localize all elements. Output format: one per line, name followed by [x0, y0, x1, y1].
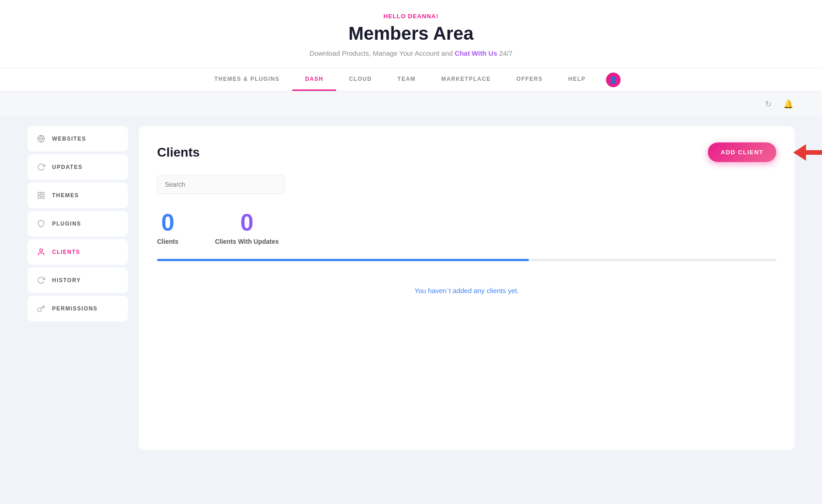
sidebar-item-updates[interactable]: UPDATES [27, 154, 128, 180]
search-input[interactable] [157, 175, 285, 194]
stats-row: 0 Clients 0 Clients With Updates [157, 210, 776, 245]
subtitle: Download Products, Manage Your Account a… [0, 49, 822, 57]
sidebar-label-permissions: PERMISSIONS [52, 305, 98, 312]
sidebar: WEBSITES UPDATES THEMES PLUGINS CLIENTS [27, 126, 128, 450]
add-client-button[interactable]: ADD CLIENT [708, 142, 776, 162]
stat-clients: 0 Clients [157, 210, 179, 245]
sidebar-label-websites: WEBSITES [52, 136, 86, 142]
svg-rect-2 [38, 192, 40, 194]
sidebar-label-history: HISTORY [52, 277, 81, 284]
avatar-icon: 👤 [609, 76, 617, 84]
sidebar-item-history[interactable]: HISTORY [27, 268, 128, 293]
sidebar-label-clients: CLIENTS [52, 249, 80, 255]
svg-rect-3 [42, 192, 44, 194]
history-icon [37, 276, 46, 285]
nav-item-help[interactable]: HELP [556, 68, 599, 91]
main-layout: WEBSITES UPDATES THEMES PLUGINS CLIENTS [0, 117, 822, 459]
sidebar-item-permissions[interactable]: PERMISSIONS [27, 296, 128, 321]
sidebar-label-updates: UPDATES [52, 164, 83, 170]
progress-bar-background [157, 259, 776, 261]
sidebar-item-plugins[interactable]: PLUGINS [27, 211, 128, 236]
user-avatar[interactable]: 👤 [606, 73, 621, 87]
nav-item-themes-plugins[interactable]: THEMES & PLUGINS [201, 68, 292, 91]
toolbar-row: ↻ 🔔 [0, 91, 822, 117]
top-header: HELLO DEANNA! Members Area Download Prod… [0, 0, 822, 91]
nav-item-offers[interactable]: OFFERS [504, 68, 556, 91]
subtitle-text-start: Download Products, Manage Your Account a… [310, 49, 455, 57]
page-title: Members Area [0, 23, 822, 44]
permissions-icon [37, 304, 46, 313]
nav-item-marketplace[interactable]: MARKETPLACE [428, 68, 504, 91]
refresh-icon [37, 163, 46, 172]
content-header: Clients ADD CLIENT [157, 142, 776, 162]
subtitle-text-end: 24/7 [499, 49, 512, 57]
stat-clients-updates-value: 0 [215, 210, 279, 234]
arrow-line [806, 150, 822, 155]
svg-rect-4 [42, 196, 44, 199]
plugins-icon [37, 219, 46, 228]
progress-bar-fill [157, 259, 529, 261]
chat-link[interactable]: Chat With Us [455, 49, 497, 57]
sidebar-label-plugins: PLUGINS [52, 220, 81, 227]
arrow-head-icon [793, 144, 806, 161]
arrow-indicator [793, 144, 822, 161]
stat-clients-updates: 0 Clients With Updates [215, 210, 279, 245]
nav-item-team[interactable]: TEAM [385, 68, 428, 91]
stat-clients-label: Clients [157, 238, 179, 245]
main-nav: THEMES & PLUGINS DASH CLOUD TEAM MARKETP… [0, 68, 822, 91]
sidebar-label-themes: THEMES [52, 192, 79, 199]
themes-icon [37, 191, 46, 200]
svg-rect-5 [38, 196, 40, 199]
sidebar-item-websites[interactable]: WEBSITES [27, 126, 128, 152]
content-title: Clients [157, 145, 200, 160]
refresh-icon[interactable]: ↻ [762, 98, 775, 110]
nav-item-cloud[interactable]: CLOUD [336, 68, 385, 91]
sidebar-item-themes[interactable]: THEMES [27, 183, 128, 208]
progress-container [157, 259, 776, 261]
svg-point-6 [40, 249, 42, 252]
hello-greeting: HELLO DEANNA! [0, 13, 822, 20]
sidebar-item-clients[interactable]: CLIENTS [27, 239, 128, 265]
clients-icon [37, 247, 46, 257]
nav-item-dash[interactable]: DASH [292, 68, 336, 91]
stat-clients-updates-label: Clients With Updates [215, 238, 279, 245]
empty-state-message: You haven`t added any clients yet. [157, 278, 776, 304]
globe-icon [37, 134, 46, 143]
stat-clients-value: 0 [157, 210, 179, 234]
add-client-wrapper: ADD CLIENT [708, 142, 776, 162]
bell-icon[interactable]: 🔔 [782, 98, 795, 110]
main-content: Clients ADD CLIENT 0 Clients 0 Clients W… [139, 126, 795, 450]
